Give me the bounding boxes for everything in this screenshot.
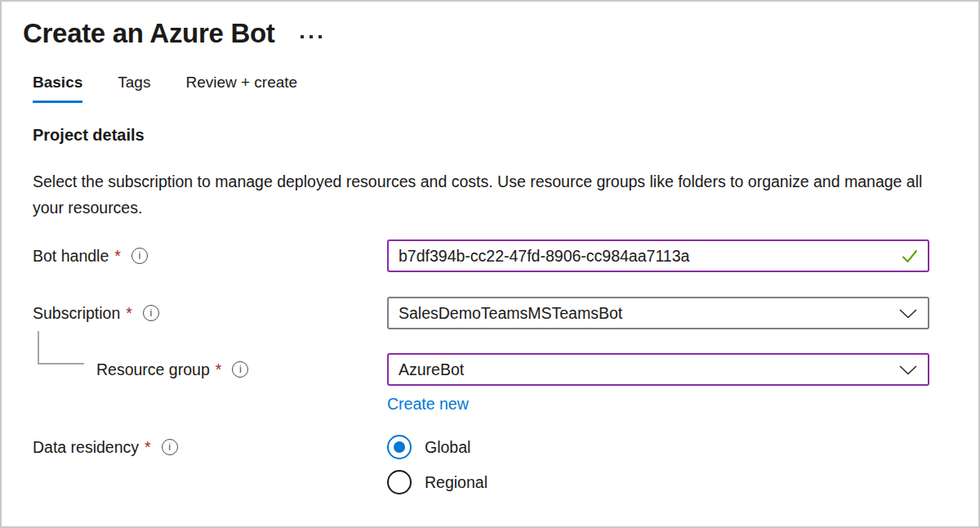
basics-form: Bot handle * i Subscription * i [33,239,929,494]
bot-handle-label: Bot handle * i [33,247,387,266]
subscription-label: Subscription * i [33,304,387,323]
wizard-tabs: Basics Tags Review + create [33,74,929,103]
chevron-down-icon [899,365,917,375]
resource-group-dropdown-value: AzureBot [399,360,464,379]
header: Create an Azure Bot [23,18,929,49]
resource-group-row: Resource group * i AzureBot [33,353,929,386]
info-icon[interactable]: i [131,248,148,264]
required-asterisk: * [126,304,132,323]
bot-handle-field [387,239,929,272]
subscription-dropdown-value: SalesDemoTeamsMSTeamsBot [399,304,622,323]
radio-global-label: Global [425,438,470,457]
radio-unselected-icon [387,470,412,494]
data-residency-label-text: Data residency [33,438,139,457]
radio-regional-label: Regional [425,473,488,492]
section-heading: Project details [33,126,929,145]
radio-option-regional[interactable]: Regional [387,470,488,494]
create-new-wrapper: Create new [387,395,929,414]
required-asterisk: * [114,247,121,266]
chevron-down-icon [899,309,917,319]
info-icon[interactable]: i [232,361,248,378]
section-description: Select the subscription to manage deploy… [33,168,931,221]
subscription-group: Subscription * i SalesDemoTeamsMSTeamsBo… [33,297,929,414]
more-options-icon[interactable] [297,32,325,42]
data-residency-radio-group: Global Regional [387,435,488,494]
data-residency-row: Data residency * i Global Regional [33,435,929,494]
validation-check-icon [900,246,920,266]
info-icon[interactable]: i [143,305,159,321]
create-azure-bot-panel: Create an Azure Bot Basics Tags Review +… [0,0,980,528]
connector-line [38,331,84,365]
data-residency-label: Data residency * i [33,435,387,459]
resource-group-label-text: Resource group [96,360,210,379]
resource-group-dropdown[interactable]: AzureBot [387,353,929,386]
radio-selected-icon [387,435,412,459]
tab-basics[interactable]: Basics [33,74,82,103]
required-asterisk: * [145,438,151,457]
subscription-dropdown[interactable]: SalesDemoTeamsMSTeamsBot [387,297,929,329]
radio-option-global[interactable]: Global [387,435,488,459]
bot-handle-input[interactable] [387,239,929,272]
subscription-label-text: Subscription [33,304,120,323]
bot-handle-row: Bot handle * i [33,239,929,272]
create-new-link[interactable]: Create new [387,395,469,413]
subscription-row: Subscription * i SalesDemoTeamsMSTeamsBo… [33,297,929,329]
tab-review-create[interactable]: Review + create [185,74,297,103]
bot-handle-label-text: Bot handle [33,247,109,266]
tab-tags[interactable]: Tags [118,74,150,103]
resource-group-label: Resource group * i [33,360,387,379]
required-asterisk: * [216,360,222,379]
page-title: Create an Azure Bot [23,18,274,49]
info-icon[interactable]: i [162,439,178,455]
